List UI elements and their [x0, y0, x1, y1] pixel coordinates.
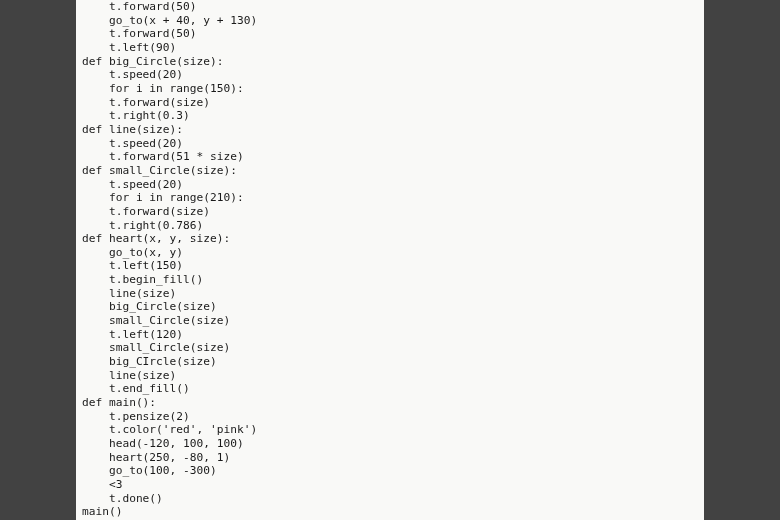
document-page: t.forward(50) go_to(x + 40, y + 130) t.f… — [76, 0, 704, 520]
code-block: t.forward(50) go_to(x + 40, y + 130) t.f… — [76, 0, 704, 519]
